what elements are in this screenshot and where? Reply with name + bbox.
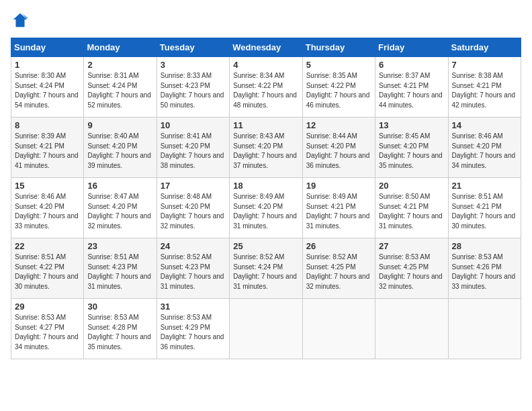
header-thursday: Thursday (302, 38, 375, 57)
day-number: 28 (452, 241, 517, 251)
day-number: 16 (87, 181, 152, 191)
day-cell: 5Sunrise: 8:35 AMSunset: 4:22 PMDaylight… (302, 57, 375, 118)
day-cell: 6Sunrise: 8:37 AMSunset: 4:21 PMDaylight… (375, 57, 448, 118)
day-info: Sunrise: 8:48 AMSunset: 4:20 PMDaylight:… (161, 192, 226, 231)
day-cell: 27Sunrise: 8:53 AMSunset: 4:25 PMDayligh… (375, 238, 448, 299)
day-info: Sunrise: 8:46 AMSunset: 4:20 PMDaylight:… (452, 132, 517, 171)
day-number: 10 (161, 120, 226, 130)
day-number: 20 (379, 181, 444, 191)
day-cell: 23Sunrise: 8:51 AMSunset: 4:23 PMDayligh… (84, 238, 157, 299)
day-info: Sunrise: 8:53 AMSunset: 4:25 PMDaylight:… (379, 253, 444, 291)
header-monday: Monday (84, 38, 157, 57)
day-cell: 4Sunrise: 8:34 AMSunset: 4:22 PMDaylight… (230, 57, 302, 118)
day-number: 4 (233, 60, 298, 70)
day-cell: 9Sunrise: 8:40 AMSunset: 4:20 PMDaylight… (84, 118, 157, 178)
page-header (11, 11, 521, 30)
day-cell: 13Sunrise: 8:45 AMSunset: 4:20 PMDayligh… (375, 118, 448, 178)
day-info: Sunrise: 8:47 AMSunset: 4:20 PMDaylight:… (87, 192, 152, 231)
day-cell: 28Sunrise: 8:53 AMSunset: 4:26 PMDayligh… (448, 238, 521, 299)
day-number: 27 (379, 241, 444, 251)
day-info: Sunrise: 8:53 AMSunset: 4:29 PMDaylight:… (161, 313, 226, 352)
day-number: 31 (161, 302, 226, 312)
day-cell (302, 299, 375, 359)
week-row-4: 29Sunrise: 8:53 AMSunset: 4:27 PMDayligh… (11, 299, 521, 359)
day-cell (375, 299, 448, 359)
day-number: 29 (15, 302, 80, 312)
day-cell: 15Sunrise: 8:46 AMSunset: 4:20 PMDayligh… (11, 178, 84, 238)
day-info: Sunrise: 8:45 AMSunset: 4:20 PMDaylight:… (379, 132, 444, 171)
day-number: 17 (161, 181, 226, 191)
day-cell: 12Sunrise: 8:44 AMSunset: 4:20 PMDayligh… (302, 118, 375, 178)
day-cell: 10Sunrise: 8:41 AMSunset: 4:20 PMDayligh… (157, 118, 229, 178)
week-row-2: 15Sunrise: 8:46 AMSunset: 4:20 PMDayligh… (11, 178, 521, 238)
day-cell: 8Sunrise: 8:39 AMSunset: 4:21 PMDaylight… (11, 118, 84, 178)
day-number: 9 (87, 120, 152, 130)
day-info: Sunrise: 8:51 AMSunset: 4:23 PMDaylight:… (87, 253, 152, 291)
day-number: 26 (306, 241, 371, 251)
day-info: Sunrise: 8:39 AMSunset: 4:21 PMDaylight:… (15, 132, 80, 171)
day-info: Sunrise: 8:50 AMSunset: 4:21 PMDaylight:… (379, 192, 444, 231)
day-cell: 26Sunrise: 8:52 AMSunset: 4:25 PMDayligh… (302, 238, 375, 299)
week-row-1: 8Sunrise: 8:39 AMSunset: 4:21 PMDaylight… (11, 118, 521, 178)
day-info: Sunrise: 8:35 AMSunset: 4:22 PMDaylight:… (306, 71, 371, 110)
calendar-table: SundayMondayTuesdayWednesdayThursdayFrid… (11, 38, 521, 359)
day-info: Sunrise: 8:52 AMSunset: 4:24 PMDaylight:… (233, 253, 298, 291)
day-info: Sunrise: 8:52 AMSunset: 4:23 PMDaylight:… (161, 253, 226, 291)
day-info: Sunrise: 8:31 AMSunset: 4:24 PMDaylight:… (87, 71, 152, 110)
day-number: 19 (306, 181, 371, 191)
day-number: 18 (233, 181, 298, 191)
day-number: 1 (15, 60, 80, 70)
day-info: Sunrise: 8:53 AMSunset: 4:27 PMDaylight:… (15, 313, 80, 352)
day-cell: 17Sunrise: 8:48 AMSunset: 4:20 PMDayligh… (157, 178, 229, 238)
day-cell: 31Sunrise: 8:53 AMSunset: 4:29 PMDayligh… (157, 299, 229, 359)
day-info: Sunrise: 8:41 AMSunset: 4:20 PMDaylight:… (161, 132, 226, 171)
day-number: 22 (15, 241, 80, 251)
day-info: Sunrise: 8:38 AMSunset: 4:21 PMDaylight:… (452, 71, 517, 110)
day-number: 11 (233, 120, 298, 130)
week-row-0: 1Sunrise: 8:30 AMSunset: 4:24 PMDaylight… (11, 57, 521, 118)
header-sunday: Sunday (11, 38, 84, 57)
day-cell: 21Sunrise: 8:51 AMSunset: 4:21 PMDayligh… (448, 178, 521, 238)
day-number: 8 (15, 120, 80, 130)
day-cell: 29Sunrise: 8:53 AMSunset: 4:27 PMDayligh… (11, 299, 84, 359)
day-info: Sunrise: 8:44 AMSunset: 4:20 PMDaylight:… (306, 132, 371, 171)
week-row-3: 22Sunrise: 8:51 AMSunset: 4:22 PMDayligh… (11, 238, 521, 299)
day-number: 2 (87, 60, 152, 70)
day-cell: 7Sunrise: 8:38 AMSunset: 4:21 PMDaylight… (448, 57, 521, 118)
day-info: Sunrise: 8:46 AMSunset: 4:20 PMDaylight:… (15, 192, 80, 231)
logo (11, 11, 32, 30)
svg-marker-0 (13, 13, 28, 28)
day-number: 24 (161, 241, 226, 251)
day-cell: 14Sunrise: 8:46 AMSunset: 4:20 PMDayligh… (448, 118, 521, 178)
day-number: 12 (306, 120, 371, 130)
day-cell (230, 299, 302, 359)
header-row: SundayMondayTuesdayWednesdayThursdayFrid… (11, 38, 521, 57)
day-cell: 18Sunrise: 8:49 AMSunset: 4:20 PMDayligh… (230, 178, 302, 238)
day-number: 14 (452, 120, 517, 130)
day-info: Sunrise: 8:49 AMSunset: 4:21 PMDaylight:… (306, 192, 371, 231)
header-saturday: Saturday (448, 38, 521, 57)
day-cell: 19Sunrise: 8:49 AMSunset: 4:21 PMDayligh… (302, 178, 375, 238)
header-friday: Friday (375, 38, 448, 57)
day-info: Sunrise: 8:49 AMSunset: 4:20 PMDaylight:… (233, 192, 298, 231)
day-cell: 16Sunrise: 8:47 AMSunset: 4:20 PMDayligh… (84, 178, 157, 238)
day-cell: 24Sunrise: 8:52 AMSunset: 4:23 PMDayligh… (157, 238, 229, 299)
day-info: Sunrise: 8:52 AMSunset: 4:25 PMDaylight:… (306, 253, 371, 291)
day-info: Sunrise: 8:51 AMSunset: 4:21 PMDaylight:… (452, 192, 517, 231)
day-info: Sunrise: 8:37 AMSunset: 4:21 PMDaylight:… (379, 71, 444, 110)
day-info: Sunrise: 8:30 AMSunset: 4:24 PMDaylight:… (15, 71, 80, 110)
day-number: 23 (87, 241, 152, 251)
day-info: Sunrise: 8:53 AMSunset: 4:26 PMDaylight:… (452, 253, 517, 291)
day-cell: 11Sunrise: 8:43 AMSunset: 4:20 PMDayligh… (230, 118, 302, 178)
day-cell: 3Sunrise: 8:33 AMSunset: 4:23 PMDaylight… (157, 57, 229, 118)
day-cell: 30Sunrise: 8:53 AMSunset: 4:28 PMDayligh… (84, 299, 157, 359)
day-info: Sunrise: 8:33 AMSunset: 4:23 PMDaylight:… (161, 71, 226, 110)
day-info: Sunrise: 8:34 AMSunset: 4:22 PMDaylight:… (233, 71, 298, 110)
day-info: Sunrise: 8:53 AMSunset: 4:28 PMDaylight:… (87, 313, 152, 352)
day-cell: 22Sunrise: 8:51 AMSunset: 4:22 PMDayligh… (11, 238, 84, 299)
day-number: 7 (452, 60, 517, 70)
header-tuesday: Tuesday (157, 38, 229, 57)
day-number: 3 (161, 60, 226, 70)
day-number: 13 (379, 120, 444, 130)
day-number: 25 (233, 241, 298, 251)
